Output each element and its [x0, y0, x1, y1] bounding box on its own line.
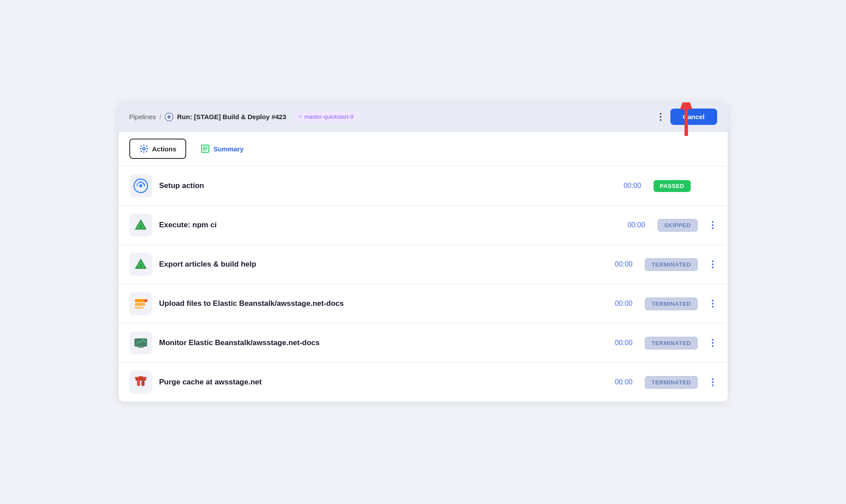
branch-badge: ⑂ master-quickstart-9: [293, 112, 359, 122]
action-icon-wrap-execute-npm-ci: [129, 214, 152, 237]
dot3: [712, 227, 714, 229]
actions-gear-icon: [139, 144, 149, 154]
dot1: [712, 339, 714, 341]
breadcrumb-separator: /: [159, 113, 161, 120]
action-time-purge-cache: 00:00: [615, 378, 632, 386]
action-icon-monitor-elastic: [133, 335, 148, 350]
action-icon-wrap-monitor-elastic: [129, 331, 152, 354]
summary-icon: [200, 144, 210, 154]
run-title: Run: [STAGE] Build & Deploy #423: [177, 113, 286, 120]
svg-rect-18: [138, 347, 144, 348]
svg-point-0: [143, 147, 145, 150]
action-icon-purge-cache: [133, 375, 148, 390]
action-time-setup-action: 00:00: [624, 182, 641, 190]
dot3: [712, 306, 714, 308]
action-icon-wrap-export-articles: [129, 253, 152, 276]
dot1: [660, 113, 662, 115]
action-status-export-articles: TERMINATED: [645, 258, 697, 271]
action-icon-setup-action: [133, 178, 148, 193]
svg-point-16: [144, 299, 147, 302]
row-menu-button-purge-cache[interactable]: [708, 376, 717, 388]
action-name-setup-action: Setup action: [159, 181, 617, 190]
row-menu-button-execute-npm-ci[interactable]: [708, 219, 717, 231]
branch-icon: ⑂: [299, 113, 302, 120]
svg-rect-20: [137, 381, 140, 386]
dot1: [712, 221, 714, 223]
action-icon-wrap-purge-cache: [129, 371, 152, 394]
dot1: [712, 260, 714, 262]
action-row-export-articles[interactable]: Export articles & build help 00:00 TERMI…: [119, 245, 728, 284]
more-menu-button[interactable]: [656, 111, 665, 123]
dot2: [660, 116, 662, 118]
dot2: [712, 381, 714, 383]
row-menu-button-export-articles[interactable]: [708, 259, 717, 270]
action-icon-wrap-upload-elastic: [129, 292, 152, 315]
action-time-monitor-elastic: 00:00: [615, 339, 632, 347]
dot2: [712, 224, 714, 226]
dot3: [712, 384, 714, 386]
svg-rect-21: [141, 381, 144, 386]
run-status-icon: [165, 113, 173, 121]
action-name-purge-cache: Purge cache at awsstage.net: [159, 378, 608, 387]
svg-rect-15: [135, 307, 143, 309]
actions-button[interactable]: Actions: [129, 139, 186, 159]
svg-rect-14: [135, 303, 145, 306]
action-name-monitor-elastic: Monitor Elastic Beanstalk/awsstage.net-d…: [159, 339, 608, 347]
action-icon-upload-elastic: [133, 296, 148, 311]
dot2: [712, 342, 714, 344]
action-list: Setup action 00:00 PASSED Execute: npm c…: [119, 166, 728, 402]
action-name-export-articles: Export articles & build help: [159, 260, 608, 269]
action-status-upload-elastic: TERMINATED: [645, 297, 697, 310]
breadcrumb-pipelines[interactable]: Pipelines: [129, 113, 156, 120]
action-name-upload-elastic: Upload files to Elastic Beanstalk/awssta…: [159, 299, 608, 308]
action-icon-wrap-setup-action: [129, 174, 152, 197]
action-row-upload-elastic[interactable]: Upload files to Elastic Beanstalk/awssta…: [119, 284, 728, 323]
header-left: Pipelines / Run: [STAGE] Build & Deploy …: [129, 112, 359, 122]
action-time-execute-npm-ci: 00:00: [628, 221, 645, 229]
dot2: [712, 303, 714, 305]
branch-label: master-quickstart-9: [305, 113, 353, 120]
action-row-setup-action[interactable]: Setup action 00:00 PASSED: [119, 166, 728, 206]
action-row-execute-npm-ci[interactable]: Execute: npm ci 00:00 SKIPPED: [119, 206, 728, 245]
dot3: [712, 267, 714, 268]
main-container: Pipelines / Run: [STAGE] Build & Deploy …: [119, 102, 728, 402]
toolbar: Actions Summary: [119, 132, 728, 166]
action-icon-execute-npm-ci: [133, 218, 148, 233]
row-menu-button-monitor-elastic[interactable]: [708, 337, 717, 349]
action-icon-export-articles: [133, 257, 148, 272]
action-status-monitor-elastic: TERMINATED: [645, 337, 697, 350]
svg-point-6: [139, 184, 142, 188]
action-time-export-articles: 00:00: [615, 260, 632, 268]
cancel-button[interactable]: Cancel: [670, 109, 717, 125]
summary-button[interactable]: Summary: [193, 139, 251, 158]
dot2: [712, 263, 714, 265]
dot1: [712, 378, 714, 380]
header: Pipelines / Run: [STAGE] Build & Deploy …: [119, 102, 728, 132]
action-row-purge-cache[interactable]: Purge cache at awsstage.net 00:00 TERMIN…: [119, 363, 728, 402]
action-status-purge-cache: TERMINATED: [645, 376, 697, 389]
action-row-monitor-elastic[interactable]: Monitor Elastic Beanstalk/awsstage.net-d…: [119, 323, 728, 363]
actions-label: Actions: [152, 145, 177, 153]
arrow-indicator: [680, 102, 692, 136]
dot3: [660, 119, 662, 121]
summary-label: Summary: [214, 145, 244, 153]
action-status-setup-action: PASSED: [654, 180, 691, 192]
dot1: [712, 300, 714, 301]
dot3: [712, 345, 714, 347]
action-time-upload-elastic: 00:00: [615, 300, 632, 308]
action-status-execute-npm-ci: SKIPPED: [658, 219, 698, 232]
svg-rect-23: [138, 376, 143, 377]
action-name-execute-npm-ci: Execute: npm ci: [159, 221, 620, 229]
row-menu-button-upload-elastic[interactable]: [708, 298, 717, 309]
